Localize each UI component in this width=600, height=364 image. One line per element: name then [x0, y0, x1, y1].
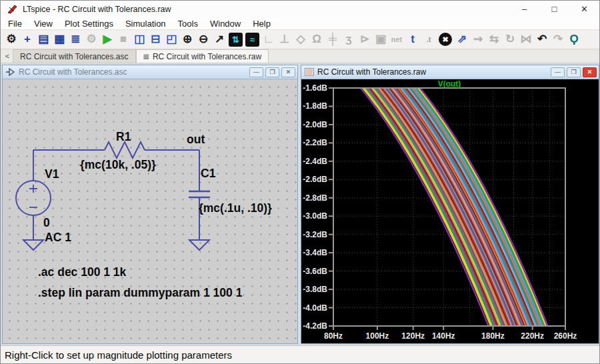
zoom-out-icon[interactable]: ⊖ [195, 31, 211, 48]
inductor-tool-icon: ʒ [341, 31, 357, 48]
mirror-tool-icon: ⋈ [518, 31, 534, 48]
label-c1-value[interactable]: {mc(.1u, .10)} [199, 201, 272, 215]
label-r1[interactable]: R1 [116, 130, 131, 143]
rotate-tool-icon: ↻ [502, 31, 518, 48]
plot-settings-icon[interactable]: ≈ [245, 33, 259, 47]
y-tick-label: -2.8dB [303, 193, 327, 203]
waveform-restore-button[interactable]: ❒ [567, 67, 581, 77]
cascade-windows-icon[interactable]: ◰ [163, 31, 179, 48]
maximize-button[interactable]: □ [539, 1, 569, 17]
menu-view[interactable]: View [28, 19, 59, 29]
menu-window[interactable]: Window [204, 19, 247, 29]
zoom-full-extents-icon[interactable]: ↗ [211, 31, 227, 48]
waveform-plot-area[interactable]: -1.6dB-1.8dB-2.0dB-2.2dB-2.4dB-2.6dB-2.8… [301, 79, 599, 343]
redo-icon: ↷ [550, 31, 566, 48]
x-tick-label: 100Hz [366, 331, 389, 341]
x-tick-label: 220Hz [521, 331, 544, 341]
tile-horizontal-icon[interactable]: ⊟ [147, 31, 163, 48]
y-tick-label: -1.6dB [303, 83, 327, 93]
label-c1[interactable]: C1 [201, 167, 216, 180]
tab-schematic-label: RC Circuit with Tolerances.asc [20, 52, 129, 61]
ground-symbol-c1[interactable] [189, 240, 209, 250]
settings-disabled-icon: ⚙ [83, 31, 99, 48]
status-bar: Right-Click to set up magnitude plotting… [1, 345, 599, 364]
schematic-window-titlebar[interactable]: RC Circuit with Tolerances.asc — ❒ ✕ [3, 65, 297, 79]
label-net-tool-icon: ◇ [293, 31, 309, 48]
schematic-drawing: R1 {mc(10k, .05)} out C1 {mc(.1u, .10)} … [3, 79, 297, 343]
diode-tool-icon: ⊳ [357, 31, 373, 48]
minimize-button[interactable]: – [509, 1, 539, 17]
schematic-canvas[interactable]: R1 {mc(10k, .05)} out C1 {mc(.1u, .10)} … [3, 79, 297, 343]
control-panel-icon[interactable]: ⚙ [3, 31, 19, 48]
y-tick-label: -3.6dB [303, 267, 327, 276]
search-icon[interactable]: Ϙ [566, 31, 582, 48]
schematic-restore-button[interactable]: ❒ [265, 67, 279, 77]
menu-file[interactable]: File [2, 19, 28, 29]
print-icon[interactable]: ≣ [67, 31, 83, 48]
zoom-in-icon[interactable]: ⊕ [179, 31, 195, 48]
save-file-icon[interactable]: ▦ [51, 31, 67, 48]
waveform-minimize-button[interactable]: — [551, 67, 565, 77]
new-schematic-icon[interactable]: + [19, 31, 35, 48]
y-tick-label: -2.2dB [303, 138, 327, 147]
menu-bar: FileViewPlot SettingsSimulationToolsWind… [1, 17, 599, 29]
schematic-doc-icon [6, 68, 15, 76]
status-text: Right-Click to set up magnitude plotting… [5, 349, 232, 361]
y-tick-label: -4.2dB [303, 321, 327, 331]
y-tick-label: -2.0dB [303, 120, 327, 129]
run-simulation-icon[interactable]: ▶ [99, 31, 115, 48]
waveform-window-title: RC Circuit with Tolerances.raw [317, 67, 426, 77]
delete-tool-icon[interactable]: ✖ [439, 33, 452, 46]
drag-tool-icon: ⇆ [486, 31, 502, 48]
waveform-plot[interactable]: -1.6dB-1.8dB-2.0dB-2.2dB-2.4dB-2.6dB-2.8… [301, 79, 599, 343]
y-tick-label: -3.8dB [303, 285, 327, 294]
open-file-icon[interactable]: ▤ [35, 31, 51, 48]
y-tick-label: -2.6dB [303, 175, 327, 184]
waveform-window-titlebar[interactable]: RC Circuit with Tolerances.raw — ❒ ✕ [301, 65, 599, 79]
waveform-window: RC Circuit with Tolerances.raw — ❒ ✕ -1.… [301, 65, 599, 344]
tab-waveform[interactable]: ▦ RC Circuit with Tolerances.raw [136, 49, 269, 63]
plot-title-vout[interactable]: V(out) [438, 79, 461, 89]
capacitor-tool-icon: ╪ [325, 31, 341, 48]
ltspice-window: LTspice - RC Circuit with Tolerances.raw… [0, 0, 600, 364]
text-tool-icon[interactable]: t [405, 31, 421, 48]
waveform-close-button[interactable]: ✕ [583, 67, 597, 77]
tab-bar: < RC Circuit with Tolerances.asc ▦ RC Ci… [1, 49, 599, 63]
tab-waveform-label: RC Circuit with Tolerances.raw [153, 52, 261, 61]
x-tick-label: 180Hz [481, 331, 505, 341]
net-name-tool-icon: net [389, 31, 405, 48]
label-r1-value[interactable]: {mc(10k, .05)} [80, 158, 156, 171]
label-net-out[interactable]: out [187, 133, 205, 146]
y-tick-label: -4.0dB [303, 303, 327, 313]
menu-tools[interactable]: Tools [172, 19, 204, 29]
label-v1[interactable]: V1 [45, 167, 59, 181]
label-v1-value[interactable]: 0 [43, 216, 50, 229]
tile-vertical-icon[interactable]: ◫ [131, 31, 147, 48]
copy-tool-icon[interactable]: ⇗ [454, 31, 470, 48]
spice-directive-step[interactable]: .step lin param dummyparam 1 100 1 [38, 286, 243, 299]
x-tick-label: 80Hz [324, 331, 343, 341]
ground-symbol-v1[interactable] [23, 240, 43, 250]
undo-icon[interactable]: ↶ [534, 31, 550, 48]
autorange-y-axis-icon[interactable]: ⇅ [229, 33, 243, 47]
menu-simulation[interactable]: Simulation [119, 19, 172, 29]
capacitor-c1-symbol[interactable] [189, 191, 210, 197]
tab-schematic[interactable]: RC Circuit with Tolerances.asc [13, 49, 136, 63]
resistor-r1-symbol[interactable] [105, 142, 145, 158]
waveform-doc-icon [305, 68, 314, 76]
v1-plus-sign [29, 185, 37, 193]
spice-directive-ac[interactable]: .ac dec 100 1 1k [38, 265, 127, 279]
wire-tool-icon: ∟ [261, 31, 277, 48]
x-tick-label: 260Hz [554, 331, 577, 341]
menu-plot-settings[interactable]: Plot Settings [59, 19, 119, 29]
menu-help[interactable]: Help [247, 19, 277, 29]
ground-tool-icon: ⊥ [277, 31, 293, 48]
label-v1-ac[interactable]: AC 1 [45, 231, 71, 244]
x-tick-label: 140Hz [432, 331, 455, 341]
schematic-close-button[interactable]: ✕ [281, 67, 295, 77]
tab-scroll-left[interactable]: < [2, 52, 13, 60]
title-bar[interactable]: LTspice - RC Circuit with Tolerances.raw… [1, 1, 599, 17]
find-tool-icon: ⇝ [470, 31, 486, 48]
schematic-minimize-button[interactable]: — [249, 67, 263, 77]
close-button[interactable]: ✕ [569, 1, 599, 17]
